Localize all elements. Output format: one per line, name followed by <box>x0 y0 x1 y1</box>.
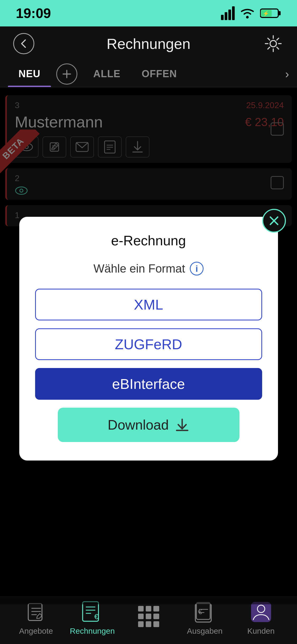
battery-icon: ⚡ <box>260 7 281 19</box>
modal-title: e-Rechnung <box>111 233 186 249</box>
svg-rect-2 <box>278 11 281 15</box>
tab-alle[interactable]: ALLE <box>83 61 131 87</box>
angebote-label: Angebote <box>19 627 53 636</box>
zugferd-format-button[interactable]: ZUGFeRD <box>35 328 262 360</box>
ebinterface-format-button[interactable]: eBInterface <box>35 368 262 400</box>
download-button[interactable]: Download <box>58 408 239 442</box>
svg-text:⚡: ⚡ <box>263 10 269 17</box>
nav-item-ausgaben[interactable]: € Ausgaben <box>177 600 233 636</box>
back-button[interactable] <box>13 33 34 54</box>
nav-item-angebote[interactable]: Angebote <box>8 600 64 636</box>
status-time: 19:09 <box>16 5 51 21</box>
ausgaben-label: Ausgaben <box>187 627 223 636</box>
tabs-bar: NEU ALLE OFFEN › <box>0 61 297 87</box>
svg-point-0 <box>246 16 249 19</box>
modal-header: e-Rechnung <box>35 233 262 249</box>
nav-item-rechnungen[interactable]: € Rechnungen <box>64 600 120 636</box>
download-arrow-icon <box>175 418 189 432</box>
wifi-icon <box>239 7 255 20</box>
svg-text:€: € <box>198 608 202 616</box>
status-bar: 19:09 ⚡ <box>0 0 297 26</box>
status-icons: ⚡ <box>221 6 281 20</box>
modal-close-button[interactable] <box>262 209 286 233</box>
header: Rechnungen <box>0 26 297 61</box>
settings-button[interactable] <box>263 33 284 54</box>
grid-icon <box>137 605 161 628</box>
kunden-label: Kunden <box>247 627 275 636</box>
nav-item-kunden[interactable]: Kunden <box>233 600 289 636</box>
svg-point-5 <box>270 40 276 47</box>
tabs-chevron-icon[interactable]: › <box>285 67 289 81</box>
xml-format-button[interactable]: XML <box>35 289 262 320</box>
download-label: Download <box>108 417 169 433</box>
tab-offen[interactable]: OFFEN <box>131 61 187 87</box>
modal-overlay: e-Rechnung Wähle ein Format i XML ZUGFeR… <box>0 95 297 604</box>
gear-icon <box>264 34 283 53</box>
add-tab-button[interactable] <box>56 63 77 85</box>
modal-subtitle-row: Wähle ein Format i <box>35 262 262 275</box>
modal-dialog: e-Rechnung Wähle ein Format i XML ZUGFeR… <box>19 217 278 461</box>
content-area: 3 25.9.2024 Mustermann € 23,10 <box>0 95 297 604</box>
page-title: Rechnungen <box>107 35 191 52</box>
tab-neu[interactable]: NEU <box>8 61 51 87</box>
close-icon <box>268 215 280 227</box>
signal-icon <box>221 6 235 20</box>
svg-text:€: € <box>94 613 98 621</box>
info-icon[interactable]: i <box>190 262 204 275</box>
nav-item-home[interactable] <box>120 605 177 631</box>
rechnungen-label: Rechnungen <box>70 627 115 636</box>
modal-subtitle: Wähle ein Format <box>93 262 185 275</box>
